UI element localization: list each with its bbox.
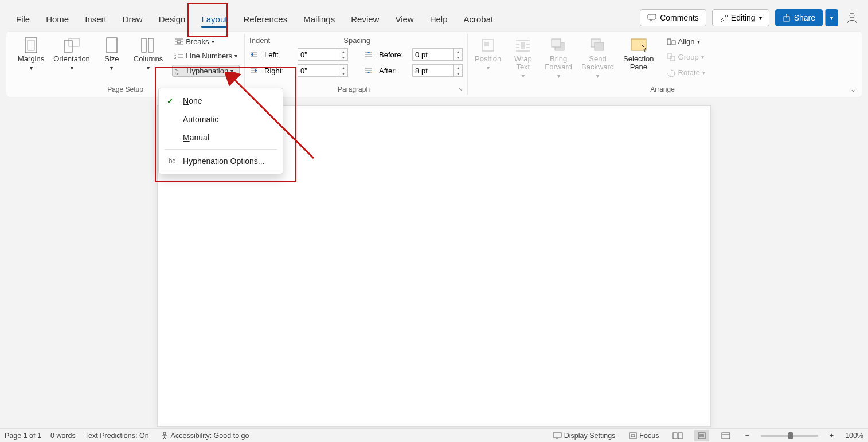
selection-pane-button[interactable]: Selection Pane: [621, 36, 656, 72]
svg-rect-16: [484, 42, 489, 46]
zoom-slider[interactable]: [761, 435, 818, 437]
accessibility-icon: [161, 432, 169, 440]
orientation-button[interactable]: Orientation ▾: [51, 36, 92, 72]
print-layout-view[interactable]: [694, 430, 709, 441]
annotation-arrow: [225, 72, 316, 164]
line-numbers-button[interactable]: 12 Line Numbers ▾: [172, 50, 240, 61]
tab-references[interactable]: References: [235, 6, 295, 31]
focus-mode-button[interactable]: Focus: [627, 432, 661, 440]
spin-down-icon[interactable]: ▼: [339, 71, 347, 76]
spin-down-icon[interactable]: ▼: [339, 54, 347, 60]
tab-file[interactable]: File: [8, 6, 38, 31]
tab-view[interactable]: View: [387, 6, 421, 31]
chevron-down-icon: ▾: [697, 38, 700, 45]
chevron-down-icon: ▾: [71, 65, 73, 71]
group-label: Group: [678, 53, 699, 61]
status-text-predictions[interactable]: Text Predictions: On: [85, 432, 149, 440]
hyphenation-icon: a-bc: [175, 67, 184, 75]
align-label: Align: [678, 37, 695, 46]
bring-forward-button[interactable]: Bring Forward▾: [542, 36, 574, 80]
send-backward-button[interactable]: Send Backward▾: [579, 36, 616, 80]
tab-draw[interactable]: Draw: [115, 6, 151, 31]
chevron-down-icon: ▾: [212, 38, 214, 45]
share-dropdown[interactable]: ▾: [825, 9, 838, 26]
spacing-after-input[interactable]: ▲▼: [412, 64, 463, 77]
display-settings-label: Display Settings: [564, 432, 616, 440]
chevron-down-icon: ▾: [759, 15, 762, 21]
svg-rect-24: [672, 41, 675, 45]
zoom-in-button[interactable]: +: [827, 432, 836, 440]
spacing-before-icon: [364, 51, 373, 58]
margins-button[interactable]: Margins ▾: [15, 36, 46, 72]
position-button[interactable]: Position▾: [472, 36, 503, 72]
comment-icon: [647, 14, 656, 22]
spacing-before-input[interactable]: ▲▼: [412, 48, 463, 61]
hyphenation-icon: bc: [167, 157, 177, 165]
spin-up-icon[interactable]: ▲: [339, 49, 347, 54]
status-accessibility-label: Accessibility: Good to go: [171, 432, 249, 440]
spacing-header: Spacing: [343, 36, 370, 45]
tab-help[interactable]: Help: [422, 6, 456, 31]
rotate-icon: [667, 69, 676, 77]
spin-up-icon[interactable]: ▲: [454, 65, 462, 71]
group-objects-button[interactable]: Group▾: [664, 52, 707, 62]
svg-rect-30: [630, 433, 636, 439]
chevron-down-icon: ▾: [487, 65, 490, 71]
svg-point-28: [163, 432, 166, 435]
editing-mode-button[interactable]: Editing ▾: [712, 9, 769, 26]
zoom-out-button[interactable]: −: [742, 432, 751, 440]
size-button[interactable]: Size ▾: [97, 36, 127, 72]
chevron-down-icon: ▾: [234, 53, 237, 59]
svg-rect-31: [631, 435, 635, 437]
spin-down-icon[interactable]: ▼: [454, 54, 462, 60]
svg-rect-19: [552, 39, 561, 47]
zoom-level[interactable]: 100%: [845, 432, 863, 440]
tab-layout[interactable]: Layout: [193, 6, 235, 31]
tab-review[interactable]: Review: [343, 6, 387, 31]
selection-pane-icon: [630, 37, 648, 53]
tab-home[interactable]: Home: [38, 6, 77, 31]
tab-acrobat[interactable]: Acrobat: [456, 6, 502, 31]
rotate-button[interactable]: Rotate▾: [664, 67, 707, 78]
tab-mailings[interactable]: Mailings: [295, 6, 343, 31]
chevron-down-icon: ▾: [110, 65, 113, 71]
wrap-text-button[interactable]: Wrap Text▾: [508, 36, 538, 80]
spin-down-icon[interactable]: ▼: [454, 71, 462, 76]
spin-up-icon[interactable]: ▲: [339, 65, 347, 71]
focus-label: Focus: [639, 432, 659, 440]
display-settings-button[interactable]: Display Settings: [550, 432, 618, 440]
svg-rect-0: [648, 14, 656, 19]
comments-button[interactable]: Comments: [640, 9, 706, 26]
read-mode-view[interactable]: [670, 430, 685, 441]
collapse-ribbon-button[interactable]: ⌄: [850, 85, 856, 93]
paragraph-dialog-launcher[interactable]: ↘: [458, 86, 463, 92]
status-words[interactable]: 0 words: [50, 432, 76, 440]
status-page[interactable]: Page 1 of 1: [5, 432, 41, 440]
align-button[interactable]: Align▾: [664, 36, 707, 47]
zoom-slider-thumb[interactable]: [788, 432, 793, 439]
columns-button[interactable]: Columns ▾: [131, 36, 165, 72]
spin-up-icon[interactable]: ▲: [454, 49, 462, 54]
bring-forward-icon: [549, 37, 568, 53]
margins-icon: [22, 37, 40, 53]
breaks-button[interactable]: Breaks ▾: [172, 36, 240, 47]
breaks-icon: [174, 38, 183, 46]
share-button[interactable]: Share: [775, 9, 823, 26]
tab-insert[interactable]: Insert: [77, 6, 115, 31]
indent-left-input[interactable]: ▲▼: [298, 48, 348, 61]
columns-label: Columns: [134, 55, 163, 63]
svg-point-2: [850, 13, 854, 18]
chevron-down-icon: ▾: [596, 73, 599, 79]
svg-rect-7: [107, 38, 117, 53]
editing-label: Editing: [731, 13, 756, 22]
web-layout-view[interactable]: [718, 430, 733, 441]
tab-design[interactable]: Design: [151, 6, 194, 31]
collab-avatar-button[interactable]: [844, 10, 860, 26]
svg-rect-9: [148, 38, 153, 52]
hyphenation-none-label: None: [183, 96, 202, 105]
svg-rect-4: [28, 40, 34, 50]
wrap-text-label: Wrap Text: [514, 55, 532, 71]
status-accessibility[interactable]: Accessibility: Good to go: [158, 432, 252, 440]
svg-rect-21: [595, 42, 604, 50]
chevron-down-icon: ▾: [522, 73, 525, 79]
